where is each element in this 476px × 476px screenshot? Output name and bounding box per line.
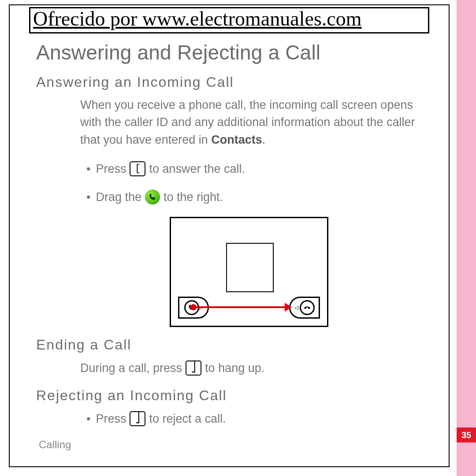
ending-body: During a call, press ⎦ to hang up. xyxy=(80,359,418,377)
reject-handset-circle xyxy=(300,300,315,315)
reject-post: to reject a call. xyxy=(149,410,226,428)
answer-bullet-2: • Drag the to the right. xyxy=(86,188,418,206)
answering-para-post: . xyxy=(262,133,266,146)
answer-bullet-1: • Press [ to answer the call. xyxy=(86,160,418,178)
call-key-icon: [ xyxy=(130,161,145,176)
answering-para-bold: Contacts xyxy=(211,133,262,146)
ending-post: to hang up. xyxy=(205,359,264,377)
chevron-left-icon: ◁ xyxy=(294,305,298,310)
reject-slider[interactable]: ◁ xyxy=(289,297,320,319)
source-banner: Ofrecido por www.electromanuales.com xyxy=(29,7,429,33)
phone-hangup-icon xyxy=(303,303,312,312)
end-call-key-icon: ⎦ xyxy=(186,361,201,376)
answering-body: When you receive a phone call, the incom… xyxy=(80,97,418,327)
answering-paragraph: When you receive a phone call, the incom… xyxy=(80,97,418,148)
right-page-strip xyxy=(457,0,476,476)
end-call-key-icon: ⎦ xyxy=(130,411,145,426)
bullet-dot-icon: • xyxy=(86,160,90,178)
caller-photo-placeholder xyxy=(226,243,274,292)
subheading-answering: Answering an Incoming Call xyxy=(36,74,422,90)
incoming-call-illustration: ▷ ◁ xyxy=(170,217,328,327)
rejecting-body: • Press ⎦ to reject a call. xyxy=(80,410,418,428)
ending-line: During a call, press ⎦ to hang up. xyxy=(80,359,418,377)
phone-handset-icon xyxy=(148,192,157,202)
answer-illustration-wrap: ▷ ◁ xyxy=(80,217,418,327)
bullet-dot-icon: • xyxy=(86,188,90,206)
subheading-ending: Ending a Call xyxy=(36,337,422,353)
page-title: Answering and Rejecting a Call xyxy=(36,41,422,64)
page-content: Answering and Rejecting a Call Answering… xyxy=(10,33,449,450)
answer-bullet2-post: to the right. xyxy=(164,188,223,206)
ending-pre: During a call, press xyxy=(80,359,182,377)
reject-pre: Press xyxy=(96,410,126,428)
answer-bullet2-pre: Drag the xyxy=(96,188,141,206)
reject-bullet: • Press ⎦ to reject a call. xyxy=(86,410,418,428)
page-frame: Ofrecido por www.electromanuales.com Ans… xyxy=(9,4,450,467)
page-number-badge: 35 xyxy=(457,428,476,443)
footer-section-label: Calling xyxy=(39,439,422,451)
answer-bullet1-pre: Press xyxy=(96,160,126,178)
answer-bullet1-post: to answer the call. xyxy=(149,160,245,178)
subheading-rejecting: Rejecting an Incoming Call xyxy=(36,387,422,404)
bullet-dot-icon: • xyxy=(86,410,90,428)
drag-arrow-track xyxy=(193,306,286,308)
green-handset-icon xyxy=(145,190,160,205)
drag-arrow-head-icon xyxy=(285,303,292,312)
